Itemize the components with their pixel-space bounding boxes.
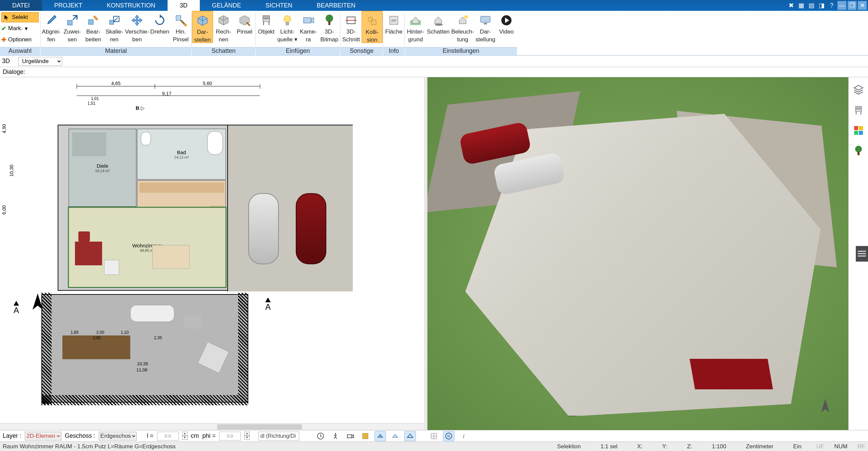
svg-point-10 [284,16,291,22]
btn-verschieben[interactable]: Verschie-ben [125,11,149,42]
menu-terrain[interactable]: GELÄNDE [200,0,253,11]
statusbar: Raum Wohnzimmer RAUM - 1.5cm Putz L=Räum… [0,442,868,451]
btn-3d-bitmap[interactable]: 3D-Bitmap [319,11,340,42]
tb-maximize[interactable]: ❐ [848,1,856,10]
btn-bearbeiten[interactable]: Bear-beiten [83,11,104,42]
options-label: Optionen [8,36,32,43]
btn-beleuchtung[interactable]: Beleuch-tung [450,11,475,42]
btn-drehen[interactable]: Drehen [149,11,170,42]
floorplan-pane[interactable]: 4,65 5,60 9,17 1,01 1,51 B ▷ 4,90 6,00 1… [0,77,424,430]
bb-transp2[interactable] [389,431,401,441]
camera-icon [302,14,315,27]
tb-icon-tools[interactable]: ✖ [787,1,795,10]
tree-panel-icon[interactable] [853,145,864,157]
btn-hintergrund[interactable]: Hinter-grund [405,11,426,42]
scrollbar-h[interactable] [0,423,424,430]
options-tool[interactable]: ✚ Optionen [1,35,39,45]
bb-north[interactable]: N [443,431,455,441]
scale-icon [108,14,121,27]
room-bad[interactable]: Bad 14,12 m² [137,129,226,180]
svg-text:i: i [463,433,464,439]
btn-abgreifen[interactable]: Abgrei-fen [41,11,62,42]
bb-transp3[interactable] [404,431,416,441]
chair-icon[interactable] [853,104,864,116]
layers-icon[interactable] [853,84,864,96]
house-outline: Diele 18,14 m² Bad 14,12 m² Küche 19,20 … [58,125,353,291]
menu-file[interactable]: DATEI [0,0,42,11]
svg-rect-0 [67,20,72,25]
select-tool[interactable]: Selekt [1,12,39,22]
status-num: NUM [834,443,848,450]
phi-input[interactable] [219,432,241,440]
workarea: 4,65 5,60 9,17 1,01 1,51 B ▷ 4,90 6,00 1… [0,77,868,430]
layer-select[interactable]: 2D-Elemen [25,432,61,440]
btn-objekt[interactable]: Objekt [256,11,277,42]
menu-project[interactable]: PROJEKT [42,0,95,11]
btn-3d-schnitt[interactable]: 3D-Schnitt [341,11,362,42]
menu-3d[interactable]: 3D [168,0,200,11]
l-spinner[interactable]: ▲▼ [182,432,188,440]
move-icon [130,14,144,27]
car-red[interactable] [296,193,326,264]
menu-edit[interactable]: BEARBEITEN [305,0,368,11]
sofa-3d[interactable] [690,359,773,389]
group-auswahl: Auswahl [0,47,40,55]
status-z: Z: [682,443,697,450]
bb-clock[interactable] [315,431,326,441]
tb-icon-layers[interactable]: ▤ [807,1,816,10]
room-wohnzimmer[interactable]: Wohnzimmer 48,85 m² [69,207,226,287]
mode-label: 3D [2,58,14,65]
bb-shade[interactable] [360,431,371,441]
bb-walk[interactable] [330,431,341,441]
phi-spinner[interactable]: ▲▼ [244,432,250,440]
btn-flaeche[interactable]: m² Fläche [383,11,404,42]
rotate-icon [153,14,167,27]
mark-tool[interactable]: ✔ Mark. ▾ [1,23,39,34]
status-rf: RF [857,443,865,450]
btn-video[interactable]: Video [496,11,517,42]
btn-darstellen[interactable]: Dar-stellen [192,11,213,43]
color-palette-icon[interactable] [853,125,864,136]
btn-kamera[interactable]: Kame-ra [298,11,319,42]
btn-kollision[interactable]: Kolli-sion [362,11,383,43]
btn-schatten-set[interactable]: Schatten [426,11,450,42]
btn-darstellung[interactable]: Dar-stellung [475,11,496,42]
btn-hinpinsel[interactable]: Hin.Pinsel [170,11,191,42]
menubar: DATEI PROJEKT KONSTRUKTION 3D GELÄNDE SI… [0,0,868,11]
chair-icon [259,14,273,27]
bb-grid[interactable] [428,431,440,441]
menu-construction[interactable]: KONSTRUKTION [95,0,168,11]
room-diele[interactable]: Diele 18,14 m² [69,129,136,207]
tb-icon-help[interactable]: ? [827,1,836,10]
svg-rect-25 [484,23,487,24]
bb-transp1[interactable] [374,431,386,441]
geschoss-select[interactable]: Erdgeschos [99,432,137,440]
right-flyout-handle[interactable] [856,246,868,262]
bb-info[interactable]: i [458,431,469,441]
tb-icon-3d[interactable]: ◨ [817,1,826,10]
scrollbar-thumb[interactable] [217,424,302,430]
svg-rect-28 [855,109,862,111]
btn-pinsel[interactable]: Pinsel [234,11,255,42]
btn-rechnen[interactable]: Rech-nen [213,11,234,42]
btn-lichtquelle[interactable]: Licht-quelle ▾ [277,11,298,42]
menu-views[interactable]: SICHTEN [253,0,305,11]
3d-view-pane[interactable] [427,77,848,430]
l-label: l = [147,432,154,439]
tb-icon-palette[interactable]: ▦ [797,1,806,10]
direction-field[interactable] [258,432,299,440]
tb-close[interactable]: ✕ [858,1,867,10]
svg-rect-34 [859,131,863,135]
pane-splitter[interactable] [424,77,427,430]
btn-zuweisen[interactable]: Zuwei-sen [62,11,83,42]
btn-skalieren[interactable]: Skalie-ren [104,11,125,42]
tb-minimize[interactable]: — [837,1,846,10]
terrain-select[interactable]: Urgelände [18,57,62,66]
car-silver[interactable] [248,193,279,264]
l-input[interactable] [157,432,179,440]
selection-block: Selekt ✔ Mark. ▾ ✚ Optionen [0,11,40,46]
svg-point-38 [335,433,336,434]
titlebar-icons: ✖ ▦ ▤ ◨ ? — ❐ ✕ [787,0,868,11]
svg-rect-32 [859,126,863,130]
bb-camera[interactable] [345,431,356,441]
